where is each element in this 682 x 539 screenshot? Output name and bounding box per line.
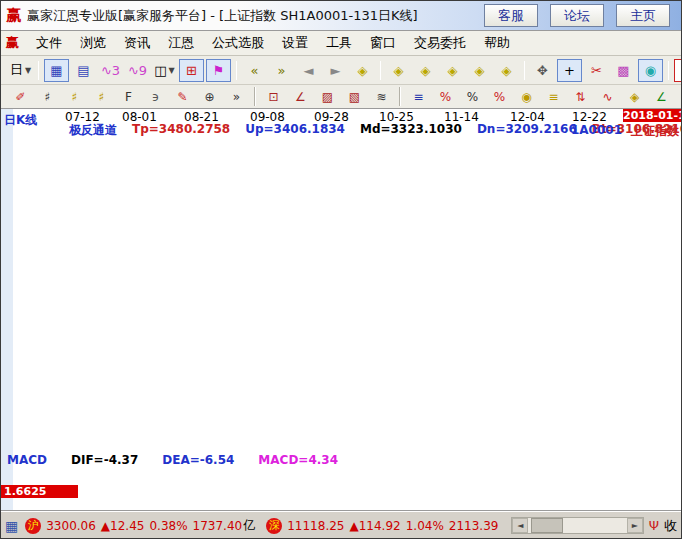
first-page-icon[interactable]: «: [242, 59, 267, 82]
toolbar-separator: [399, 87, 401, 106]
scroll-left-icon[interactable]: ◄: [512, 518, 528, 533]
calendar-icon[interactable]: 21: [674, 59, 682, 82]
gann-tool-icon[interactable]: ▩: [611, 59, 636, 82]
symbol-name: 上证指数: [631, 123, 679, 140]
macd-last-value-badge: 1.6625: [1, 485, 78, 498]
gann-comb-icon[interactable]: ♯: [35, 87, 60, 107]
zoom-diamond-3-icon[interactable]: ◈: [413, 59, 438, 82]
menu-item-5[interactable]: 设置: [273, 32, 317, 54]
toolbar-separator: [254, 87, 256, 106]
gold-grid-2-icon[interactable]: ♯: [89, 87, 114, 107]
status-bar: ▦ 沪 3300.06 ▲12.45 0.38% 1737.40亿 深 1111…: [1, 511, 681, 539]
macd-dif-value: DIF=-4.37: [71, 453, 138, 467]
sh-amount-unit: 亿: [243, 517, 255, 534]
period-day-button[interactable]: 日▼: [8, 59, 33, 82]
circle-tool-icon[interactable]: ⊕: [197, 87, 222, 107]
updown-tool-icon[interactable]: ⇅: [568, 87, 593, 107]
sh-index-change: ▲12.45: [101, 519, 145, 533]
gann-5-icon[interactable]: ϶: [143, 87, 168, 107]
menu-item-8[interactable]: 交易委托: [405, 32, 475, 54]
shenzhen-market-icon[interactable]: 深: [266, 518, 282, 534]
sz-index-amount: 2113.39: [449, 519, 499, 533]
zoom-diamond-4-icon[interactable]: ◈: [440, 59, 465, 82]
dropdown-caret-icon: ▼: [169, 66, 175, 75]
channel-name: 极反通道: [69, 122, 117, 139]
gann-f-icon[interactable]: F: [116, 87, 141, 107]
kline-3-icon[interactable]: ∿3: [98, 59, 123, 82]
kline-9-icon[interactable]: ∿9: [125, 59, 150, 82]
menu-item-6[interactable]: 工具: [317, 32, 361, 54]
gold-circle-icon[interactable]: ◉: [514, 87, 539, 107]
toolbar-separator: [236, 61, 237, 80]
gold-grid-1-icon[interactable]: ♯: [62, 87, 87, 107]
measure-icon[interactable]: ≡: [406, 87, 431, 107]
menu-item-0[interactable]: 文件: [27, 32, 71, 54]
menu-item-4[interactable]: 公式选股: [203, 32, 273, 54]
toolbar-separator: [524, 61, 525, 80]
gold-diamond-icon[interactable]: ◈: [622, 87, 647, 107]
smart-brain-icon[interactable]: ◉: [638, 59, 663, 82]
rect-tool-icon[interactable]: ⊡: [261, 87, 286, 107]
percent-line-icon[interactable]: %: [487, 87, 512, 107]
flag-mark-icon[interactable]: ⚑: [206, 59, 231, 82]
fan-lines-icon[interactable]: ∠: [288, 87, 313, 107]
macd-title: MACD: [7, 453, 47, 467]
percent-retrace-icon[interactable]: %: [433, 87, 458, 107]
sh-index-pct: 0.38%: [149, 519, 187, 533]
main-graph-icon[interactable]: ▦: [44, 59, 69, 82]
menu-logo-icon: 赢: [6, 34, 19, 52]
candle-style-button[interactable]: ◫▼: [152, 59, 177, 82]
channel-up: Up=3406.1834: [245, 122, 345, 139]
macd-dea-value: DEA=-6.54: [162, 453, 234, 467]
chart-canvas[interactable]: [1, 109, 681, 511]
sh-index-amount: 1737.40: [193, 519, 243, 533]
next-icon[interactable]: ►: [323, 59, 348, 82]
more-tools-button[interactable]: »: [224, 87, 249, 107]
menu-bar: 赢 文件浏览资讯江恩公式选股设置工具窗口交易委托帮助: [1, 31, 681, 56]
forum-button[interactable]: 论坛: [550, 4, 604, 27]
zoom-diamond-5-icon[interactable]: ◈: [467, 59, 492, 82]
prev-icon[interactable]: ◄: [296, 59, 321, 82]
sz-index-change: ▲114.92: [349, 519, 400, 533]
grid-tool-1-icon[interactable]: ▨: [315, 87, 340, 107]
zoom-diamond-1-icon[interactable]: ◈: [350, 59, 375, 82]
menu-item-7[interactable]: 窗口: [361, 32, 405, 54]
merge-kline-icon[interactable]: ⊞: [179, 59, 204, 82]
percent-icon[interactable]: %: [460, 87, 485, 107]
menu-item-9[interactable]: 帮助: [475, 32, 519, 54]
crosshair-icon[interactable]: +: [557, 59, 582, 82]
symbol-code: 1A0001: [571, 123, 622, 140]
j-line-icon[interactable]: ∠: [649, 87, 674, 107]
connection-antenna-icon: Ψ: [649, 518, 659, 533]
pan-hand-icon[interactable]: ✥: [530, 59, 555, 82]
quote-table-icon[interactable]: ▦: [5, 518, 18, 534]
menu-item-3[interactable]: 江恩: [159, 32, 203, 54]
scroll-right-icon[interactable]: ►: [627, 518, 643, 533]
wave-tool-icon[interactable]: ∿: [595, 87, 620, 107]
menu-items: 文件浏览资讯江恩公式选股设置工具窗口交易委托帮助: [27, 32, 519, 54]
parallel-lines-icon[interactable]: ≋: [369, 87, 394, 107]
shanghai-market-icon[interactable]: 沪: [25, 518, 41, 534]
pen-tool-icon[interactable]: ✎: [170, 87, 195, 107]
pane-period-label: 日K线: [4, 112, 37, 129]
kline-chart-area[interactable]: 07-1208-0108-2109-0809-2810-2511-1412-04…: [1, 109, 681, 511]
grid-tool-2-icon[interactable]: ▧: [342, 87, 367, 107]
customer-service-button[interactable]: 客服: [484, 4, 538, 27]
dropdown-caret-icon: ▼: [25, 66, 31, 75]
brush-icon[interactable]: ✐: [8, 87, 33, 107]
receive-label: 收: [664, 517, 677, 535]
scrollbar-thumb[interactable]: [531, 518, 563, 533]
gold-line-icon[interactable]: ≡: [541, 87, 566, 107]
cut-icon[interactable]: ✂: [584, 59, 609, 82]
zoom-diamond-6-icon[interactable]: ◈: [494, 59, 519, 82]
menu-item-2[interactable]: 资讯: [115, 32, 159, 54]
info-list-icon[interactable]: ▤: [71, 59, 96, 82]
sz-index-pct: 1.04%: [406, 519, 444, 533]
title-bar: 赢 赢家江恩专业版[赢家服务平台] - [上证指数 SH1A0001-131日K…: [1, 1, 681, 31]
app-window: 赢 赢家江恩专业版[赢家服务平台] - [上证指数 SH1A0001-131日K…: [0, 0, 682, 539]
home-button[interactable]: 主页: [616, 4, 670, 27]
horizontal-scrollbar[interactable]: ◄ ►: [511, 517, 643, 534]
zoom-diamond-2-icon[interactable]: ◈: [386, 59, 411, 82]
menu-item-1[interactable]: 浏览: [71, 32, 115, 54]
last-page-icon[interactable]: »: [269, 59, 294, 82]
